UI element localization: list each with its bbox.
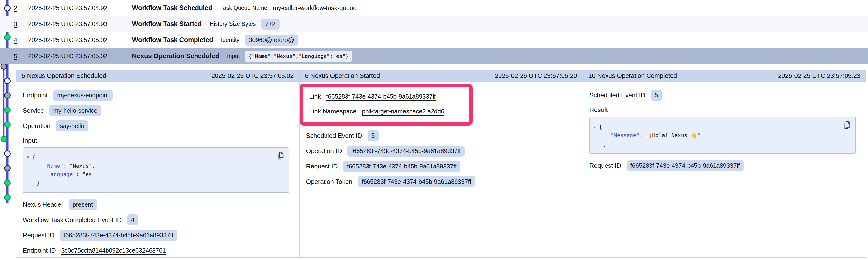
detail-field-label: Operation ID (306, 147, 342, 155)
event-timestamp: 2025-02-25 UTC 23:57:05.02 (28, 37, 132, 44)
event-row[interactable]: 22025-02-25 UTC 23:57:04.92Workflow Task… (0, 0, 868, 16)
json-text: { (32, 154, 35, 160)
panel-header: 6 Nexus Operation Started2025-02-25 UTC … (300, 70, 582, 82)
detail-field-value-badge: 4 (127, 214, 138, 225)
detail-field-value-badge: my-nexus-endpoint (53, 90, 113, 101)
collapse-chevron-icon[interactable]: ∨ (27, 153, 29, 161)
detail-row: Scheduled Event ID5 (589, 89, 859, 101)
detail-row: Operation Tokenf665283f-743e-4374-b45b-9… (306, 176, 576, 187)
detail-row: Operationsay-hello (23, 120, 292, 132)
copy-icon[interactable] (842, 121, 851, 130)
detail-field-label: Operation (23, 122, 51, 130)
panel-timestamp: 2025-02-25 UTC 23:57:05.02 (211, 72, 293, 80)
workflow-event-history-screen: 22025-02-25 UTC 23:57:04.92Workflow Task… (0, 0, 868, 260)
detail-row: Workflow Task Completed Event ID4 (23, 214, 292, 225)
event-number-link[interactable]: 4 (14, 37, 17, 43)
detail-field-label: Link Namespace (309, 108, 356, 115)
json-text: : "Nexus", (63, 163, 95, 169)
json-key: "Message" (611, 132, 640, 138)
event-field-label: History Size Bytes (210, 21, 256, 27)
timeline-node-completed[interactable] (5, 107, 10, 113)
event-field-label: Task Queue Name (220, 5, 267, 11)
detail-field-label: Result (589, 105, 859, 114)
timeline-node-completed[interactable] (1, 137, 7, 142)
event-row[interactable]: 32025-02-25 UTC 23:57:04.93Workflow Task… (0, 16, 868, 32)
json-line: ∨{ (593, 122, 849, 131)
event-timestamp: 2025-02-25 UTC 23:57:05.02 (28, 52, 132, 60)
timeline-node-scheduled[interactable] (5, 78, 10, 84)
panel-body: Endpointmy-nexus-endpointServicemy-hello… (16, 82, 299, 256)
detail-field-label: Request ID (306, 162, 338, 170)
event-field-label: Input (227, 53, 240, 60)
event-detail-panel: 6 Nexus Operation Started2025-02-25 UTC … (299, 70, 582, 257)
detail-field-label: Endpoint (23, 91, 48, 99)
detail-field-value-badge: present (69, 199, 97, 210)
json-line: "Name": "Nexus", (27, 162, 283, 170)
detail-field-label: Input (23, 136, 292, 145)
event-timestamp: 2025-02-25 UTC 23:57:04.92 (28, 4, 132, 11)
timeline-node-scheduled[interactable] (5, 151, 10, 157)
json-line: ∨{ (27, 153, 283, 162)
detail-field-label: Operation Token (306, 178, 352, 186)
timeline-node-started[interactable] (1, 64, 7, 69)
event-field-value-link[interactable]: my-caller-workflow-task-queue (273, 4, 356, 11)
json-key: "Name" (44, 163, 63, 169)
panel-timestamp: 2025-02-25 UTC 23:57:05.23 (778, 72, 860, 80)
detail-field-value-badge: say-hello (56, 120, 88, 132)
json-code-block: ∨{"Message": "¡Hola! Nexus 👋"} (589, 117, 856, 154)
timeline-node-completed[interactable] (5, 180, 10, 186)
event-row-list: 22025-02-25 UTC 23:57:04.92Workflow Task… (0, 0, 868, 64)
event-detail-panel: 10 Nexus Operation Completed2025-02-25 U… (583, 70, 866, 257)
json-text: : "¡Hola! Nexus 👋" (640, 132, 701, 138)
event-number: 2 (14, 5, 28, 11)
detail-field-value-badge: f665283f-743e-4374-b45b-9a61a89337ff (60, 230, 177, 241)
event-detail-panels: 5 Nexus Operation Scheduled2025-02-25 UT… (16, 70, 866, 258)
detail-row: Request IDf665283f-743e-4374-b45b-9a61a8… (589, 160, 859, 171)
event-row[interactable]: 52025-02-25 UTC 23:57:05.02Nexus Operati… (0, 48, 868, 64)
detail-field-label: Endpoint ID (23, 247, 56, 254)
detail-field-value-badge: 5 (368, 130, 379, 141)
detail-field-label: Scheduled Event ID (306, 132, 362, 140)
detail-field-value-badge: my-hello-service (49, 105, 101, 116)
detail-field-label: Nexus Header (23, 201, 63, 209)
detail-row: Endpoint ID3c0c75ccfa8144b092c13ce632463… (23, 245, 292, 256)
detail-field-label: Service (23, 107, 44, 114)
panel-title: 6 Nexus Operation Started (305, 72, 380, 80)
detail-field-value-link[interactable]: 3c0c75ccfa8144b092c13ce632463761 (61, 247, 166, 254)
event-name: Workflow Task Scheduled (132, 4, 212, 12)
event-number-link[interactable]: 2 (14, 5, 17, 11)
event-number-link[interactable]: 5 (14, 53, 17, 60)
panel-title: 5 Nexus Operation Scheduled (22, 72, 106, 80)
json-text: } (37, 180, 40, 186)
collapse-chevron-icon[interactable]: ∨ (593, 122, 596, 131)
event-name: Workflow Task Started (132, 20, 202, 28)
detail-field-value-link[interactable]: f665283f-743e-4374-b45b-9a61a89337ff (326, 93, 436, 100)
detail-field-label: Request ID (589, 162, 621, 170)
event-name: Workflow Task Completed (132, 36, 213, 44)
panel-timestamp: 2025-02-25 UTC 23:57:05.20 (495, 72, 577, 80)
json-line: } (27, 179, 283, 187)
detail-row: Linkf665283f-743e-4374-b45b-9a61a89337ff (309, 91, 462, 102)
annotation-highlight-box: Linkf665283f-743e-4374-b45b-9a61a89337ff… (300, 84, 472, 125)
copy-icon[interactable] (276, 151, 285, 160)
panel-title: 10 Nexus Operation Completed (588, 72, 677, 80)
timeline-node-completed[interactable] (5, 122, 10, 127)
panel-body: Linkf665283f-743e-4374-b45b-9a61a89337ff… (300, 82, 582, 187)
detail-field-value-badge: f665283f-743e-4374-b45b-9a61a89337ff (626, 160, 744, 171)
timeline-node-started[interactable] (5, 93, 10, 99)
timeline-node-started[interactable] (5, 165, 10, 171)
timeline-node-completed[interactable] (5, 195, 10, 200)
event-number-link[interactable]: 3 (14, 21, 17, 27)
json-line: "Message": "¡Hola! Nexus 👋" (593, 131, 849, 140)
detail-field-value-badge: f665283f-743e-4374-b45b-9a61a89337ff (343, 161, 460, 172)
detail-row: Servicemy-hello-service (23, 105, 292, 116)
json-code-block: ∨{"Name": "Nexus","Language": "es"} (23, 147, 289, 193)
panel-body: Scheduled Event ID5Result∨{"Message": "¡… (583, 82, 866, 171)
event-number: 5 (14, 53, 28, 60)
event-field-value-badge: 772 (261, 18, 280, 30)
json-text: : "es" (76, 171, 95, 177)
detail-field-value-link[interactable]: phil-target-namespace2.a2dd6 (362, 108, 444, 115)
detail-field-value-badge: f665283f-743e-4374-b45b-9a61a89337ff (347, 146, 465, 157)
event-row[interactable]: 42025-02-25 UTC 23:57:05.02Workflow Task… (0, 32, 868, 48)
event-number: 4 (14, 37, 28, 44)
